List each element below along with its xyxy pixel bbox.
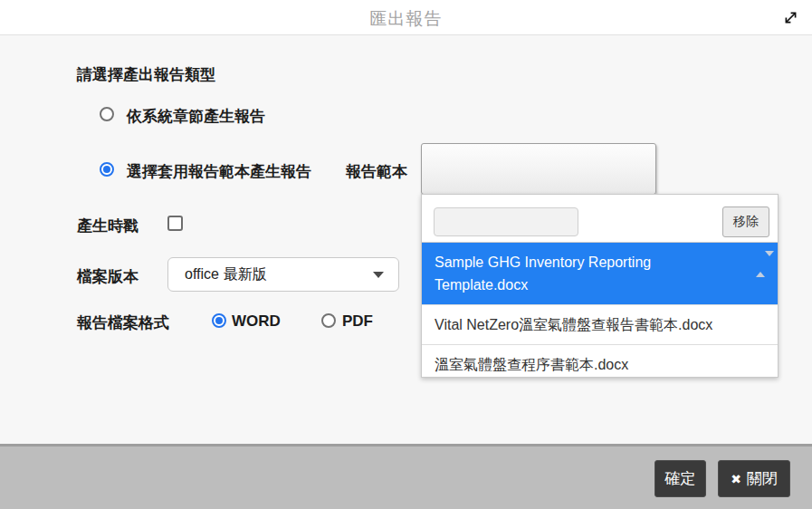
radio-report-by-chapter[interactable]	[100, 107, 114, 121]
template-dropdown-panel: 移除 Sample GHG Inventory Reporting Templa…	[421, 194, 779, 378]
confirm-button[interactable]: 確定	[654, 460, 706, 497]
file-version-label: 檔案版本	[77, 266, 139, 287]
close-x-icon: ✖	[731, 473, 741, 485]
page-title: 匯出報告	[0, 7, 812, 31]
file-format-label: 報告檔案格式	[77, 312, 169, 333]
remove-button[interactable]: 移除	[722, 206, 769, 237]
radio-format-pdf-label[interactable]: PDF	[342, 312, 373, 331]
timestamp-checkbox[interactable]	[167, 216, 183, 231]
expand-diagonal-arrows-icon	[783, 10, 798, 25]
radio-format-pdf[interactable]	[321, 313, 336, 328]
radio-format-word-label[interactable]: WORD	[232, 312, 281, 331]
template-label: 報告範本	[346, 161, 407, 182]
template-search-input[interactable]	[434, 207, 578, 236]
radio-report-by-template-label[interactable]: 選擇套用報告範本產生報告	[127, 161, 311, 182]
report-type-section-label: 請選擇產出報告類型	[77, 64, 215, 85]
dialog-header: 匯出報告	[0, 0, 812, 35]
export-report-dialog: 匯出報告 請選擇產出報告類型 依系統章節產生報告 選擇套用報告範本產生報告 報告…	[0, 0, 812, 509]
radio-report-by-chapter-label[interactable]: 依系統章節產生報告	[127, 106, 265, 127]
template-option[interactable]: Vital NetZero溫室氣體盤查報告書範本.docx	[422, 304, 778, 344]
template-select-box[interactable]	[421, 143, 656, 195]
radio-format-word[interactable]	[212, 313, 226, 328]
template-option-selected[interactable]: Sample GHG Inventory Reporting Template.…	[422, 243, 778, 304]
expand-icon[interactable]	[783, 10, 798, 25]
radio-report-by-template[interactable]	[100, 162, 114, 177]
template-option-list: Sample GHG Inventory Reporting Template.…	[422, 242, 778, 377]
close-button[interactable]: ✖ 關閉	[718, 460, 790, 497]
file-version-select[interactable]: office 最新版	[167, 257, 399, 292]
sort-arrows-icon[interactable]	[756, 253, 767, 269]
template-option[interactable]: 溫室氣體盤查程序書範本.docx	[422, 344, 778, 377]
timestamp-label: 產生時戳	[77, 216, 139, 236]
dialog-footer: 確定 ✖ 關閉	[0, 444, 812, 509]
chevron-down-icon	[373, 272, 384, 278]
file-version-value: office 最新版	[185, 265, 373, 284]
